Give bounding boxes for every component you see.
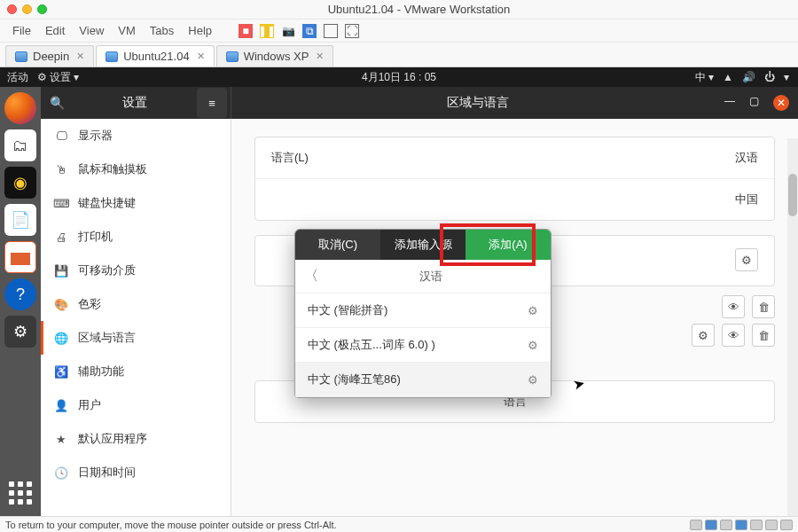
clock[interactable]: 4月10日 16 : 05 bbox=[362, 71, 436, 83]
device-hdd-icon[interactable] bbox=[690, 520, 702, 530]
search-icon[interactable]: 🔍 bbox=[41, 87, 73, 119]
input-source-options-icon[interactable]: ⚙ bbox=[735, 248, 758, 271]
scrollbar-track[interactable] bbox=[787, 138, 798, 516]
dialog-language-row[interactable]: 〈 汉语 bbox=[295, 260, 551, 293]
device-usb-icon[interactable] bbox=[735, 520, 747, 530]
view-icon[interactable]: 👁 bbox=[722, 295, 745, 318]
close-icon[interactable]: ✕ bbox=[773, 95, 789, 111]
language-row[interactable]: 语言(L) 汉语 bbox=[255, 137, 774, 179]
sidebar-item[interactable]: 󠀠🖵显示器 bbox=[41, 119, 231, 153]
menu-help[interactable]: Help bbox=[183, 21, 217, 40]
delete-icon[interactable]: 🗑 bbox=[752, 295, 775, 318]
dock-settings[interactable]: ⚙ bbox=[4, 316, 36, 348]
minimize-icon[interactable]: — bbox=[724, 95, 735, 111]
format-value: 中国 bbox=[735, 192, 758, 207]
back-icon[interactable]: 〈 bbox=[304, 267, 320, 286]
network-icon[interactable]: ▲ bbox=[723, 71, 733, 83]
cancel-button[interactable]: 取消(C) bbox=[295, 230, 380, 260]
format-row[interactable]: 中国 bbox=[255, 179, 774, 220]
configure-icon[interactable]: ⚙ bbox=[528, 339, 538, 352]
sidebar-item-icon: ⌨ bbox=[53, 197, 69, 210]
sidebar-item-icon: 👤 bbox=[53, 399, 69, 412]
zoom-window-icon[interactable] bbox=[37, 4, 47, 14]
sidebar-item[interactable]: 🕓日期和时间 bbox=[41, 456, 231, 489]
power-icon[interactable]: ⏻ bbox=[764, 71, 775, 83]
ubuntu-dock: 🗂 ◉ 📄 ? ⚙ bbox=[0, 87, 41, 516]
vm-tab-winxp[interactable]: Windows XP ✕ bbox=[216, 45, 334, 66]
menu-vm[interactable]: VM bbox=[113, 21, 141, 40]
close-tab-icon[interactable]: ✕ bbox=[316, 51, 324, 62]
window-title: Ubuntu21.04 - VMware Workstation bbox=[47, 3, 791, 16]
close-tab-icon[interactable]: ✕ bbox=[197, 51, 205, 62]
close-tab-icon[interactable]: ✕ bbox=[76, 51, 84, 62]
snapshot-icon[interactable]: 📷 bbox=[281, 24, 295, 38]
volume-icon[interactable]: 🔊 bbox=[742, 71, 755, 83]
dock-show-apps[interactable] bbox=[4, 477, 36, 509]
hamburger-menu-icon[interactable]: ≡ bbox=[197, 88, 227, 118]
sidebar-item-label: 打印机 bbox=[78, 229, 113, 245]
gear-icon[interactable]: ⚙ bbox=[692, 324, 715, 347]
add-button[interactable]: 添加(A) bbox=[466, 230, 551, 260]
sidebar-item-label: 鼠标和触摸板 bbox=[78, 161, 147, 177]
dock-help[interactable]: ? bbox=[4, 278, 36, 310]
dock-firefox[interactable] bbox=[4, 92, 36, 124]
sidebar-item[interactable]: 🎨色彩 bbox=[41, 287, 231, 321]
configure-icon[interactable]: ⚙ bbox=[528, 304, 538, 317]
scrollbar-thumb[interactable] bbox=[788, 174, 797, 216]
sidebar-item[interactable]: ★默认应用程序 bbox=[41, 422, 231, 456]
sidebar-item-icon: ♿ bbox=[53, 365, 69, 379]
sidebar-item-icon: 🎨 bbox=[53, 298, 69, 311]
menu-tabs[interactable]: Tabs bbox=[145, 21, 179, 40]
input-language-indicator[interactable]: 中 ▾ bbox=[695, 70, 714, 85]
menu-view[interactable]: View bbox=[74, 21, 109, 40]
sidebar-item-icon: 🕓 bbox=[53, 466, 69, 480]
sidebar-item-icon: 󠀠🖵 bbox=[53, 129, 69, 143]
menu-file[interactable]: File bbox=[7, 21, 36, 40]
dock-software[interactable] bbox=[4, 241, 36, 273]
vm-tab-label: Ubuntu21.04 bbox=[123, 50, 189, 63]
activities-button[interactable]: 活动 bbox=[7, 70, 28, 85]
device-sound-icon[interactable] bbox=[750, 520, 763, 530]
vm-tab-deepin[interactable]: Deepin ✕ bbox=[5, 45, 94, 66]
maximize-icon[interactable]: ▢ bbox=[749, 95, 759, 111]
minimize-window-icon[interactable] bbox=[22, 4, 32, 14]
input-source-option[interactable]: 中文 (极点五...词库 6.0) ) ⚙ bbox=[295, 328, 551, 363]
dock-rhythmbox[interactable]: ◉ bbox=[4, 167, 36, 199]
sidebar-item[interactable]: 👤用户 bbox=[41, 388, 231, 422]
device-net-icon[interactable] bbox=[720, 520, 732, 530]
system-menu-caret-icon[interactable]: ▾ bbox=[784, 71, 789, 83]
sidebar-item-label: 日期和时间 bbox=[78, 465, 136, 481]
input-source-label: 中文 (极点五...词库 6.0) ) bbox=[308, 337, 435, 353]
configure-icon[interactable]: ⚙ bbox=[528, 373, 538, 387]
sidebar-item[interactable]: ♿辅助功能 bbox=[41, 355, 231, 388]
view-icon[interactable]: 👁 bbox=[722, 324, 745, 347]
vm-tab-label: Windows XP bbox=[244, 50, 309, 63]
sidebar-item[interactable]: 🖱鼠标和触摸板 bbox=[41, 153, 231, 186]
device-printer-icon[interactable] bbox=[765, 520, 778, 530]
sidebar-item-icon: 🌐 bbox=[53, 332, 69, 345]
unity-icon[interactable]: ⛶ bbox=[345, 24, 359, 38]
suspend-icon[interactable]: ❚❚ bbox=[260, 24, 274, 38]
power-off-icon[interactable]: ■ bbox=[239, 24, 253, 38]
sidebar-item-label: 辅助功能 bbox=[78, 364, 124, 379]
fullscreen-icon[interactable] bbox=[324, 24, 338, 38]
close-window-icon[interactable] bbox=[7, 4, 17, 14]
sidebar-item-label: 显示器 bbox=[78, 128, 113, 144]
device-cd-icon[interactable] bbox=[705, 520, 717, 530]
settings-back-title: 设置 bbox=[73, 95, 197, 111]
sidebar-item[interactable]: ⌨键盘快捷键 bbox=[41, 186, 231, 220]
sidebar-item[interactable]: 🖨打印机 bbox=[41, 220, 231, 254]
sidebar-item[interactable]: 🌐区域与语言 bbox=[41, 321, 231, 355]
device-display-icon[interactable] bbox=[780, 520, 793, 530]
snapshot-manager-icon[interactable]: ⧉ bbox=[302, 24, 317, 38]
app-menu[interactable]: 设置 ▾ bbox=[37, 70, 79, 85]
dock-libreoffice[interactable]: 📄 bbox=[4, 204, 36, 236]
delete-icon[interactable]: 🗑 bbox=[752, 324, 775, 347]
input-source-option[interactable]: 中文 (智能拼音) ⚙ bbox=[295, 293, 551, 328]
sidebar-item[interactable]: 💾可移动介质 bbox=[41, 254, 231, 287]
input-source-option-selected[interactable]: 中文 (海峰五笔86) ⚙ bbox=[295, 363, 551, 397]
sidebar-item-icon: 💾 bbox=[53, 264, 69, 278]
dock-files[interactable]: 🗂 bbox=[4, 129, 36, 161]
menu-edit[interactable]: Edit bbox=[40, 21, 70, 40]
vm-tab-ubuntu[interactable]: Ubuntu21.04 ✕ bbox=[96, 45, 214, 66]
